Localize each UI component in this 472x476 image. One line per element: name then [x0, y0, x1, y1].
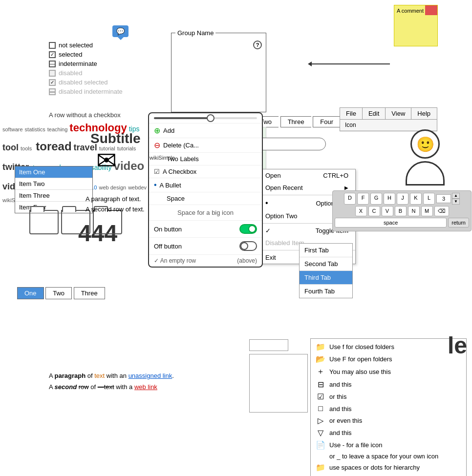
spinner-down[interactable]: ▼ — [452, 199, 460, 205]
para-float-line1: A paragraph of text. — [86, 194, 145, 205]
tab-list-first[interactable]: First Tab — [300, 244, 352, 257]
checkbox-label-disabled-indeterminate: disabled indeterminate — [59, 88, 123, 95]
phone-menu-delete-label: Delete (Ca... — [163, 142, 199, 149]
list-box[interactable]: Item One Item Two Item Three Item Four — [15, 166, 93, 213]
checkbox-label-not-selected: not selected — [59, 41, 93, 49]
small-input[interactable] — [249, 339, 288, 351]
kb-key-n[interactable]: N — [408, 206, 420, 216]
kb-key-k[interactable]: K — [410, 193, 422, 205]
tag-tool[interactable]: tool — [2, 141, 19, 154]
phone-widget: ⊕ Add ⊖ Delete (Ca... Two Labels ☑ A Che… — [148, 112, 263, 268]
empty-row: ✓ An empty row (above) — [149, 255, 262, 267]
phone-menu-checkbox[interactable]: ☑ A Checkbox — [149, 166, 262, 178]
tag-toread[interactable]: toread — [36, 138, 71, 155]
tag-teaching[interactable]: teaching — [47, 125, 68, 134]
kb-key-h[interactable]: H — [384, 193, 395, 205]
kb-key-v[interactable]: V — [382, 206, 393, 216]
tab-list-fourth[interactable]: Fourth Tab — [300, 285, 352, 298]
kb-key-f[interactable]: F — [357, 193, 369, 205]
kb-key-c[interactable]: C — [368, 206, 380, 216]
il-icon-6: □ — [316, 404, 325, 413]
phone-menu-delete[interactable]: ⊖ Delete (Ca... — [149, 138, 262, 153]
il-text-5: or this — [329, 393, 346, 400]
checkbox-row-selected[interactable]: ✓ selected — [49, 51, 123, 58]
toggle-off-knob — [240, 242, 248, 250]
menu-file[interactable]: File — [340, 108, 363, 119]
tag-tools[interactable]: tools — [21, 145, 32, 153]
menu-help[interactable]: Help — [411, 108, 436, 119]
tag-software[interactable]: software — [2, 125, 23, 134]
checkbox-row-disabled-selected: ✓ disabled selected — [49, 79, 123, 86]
toggle-off-row[interactable]: Off button — [149, 238, 262, 255]
kb-key-special[interactable]: ⌫ — [434, 206, 449, 216]
il-text-6: and this — [329, 405, 352, 413]
icon-space-label: Space for a big icon — [177, 209, 234, 216]
help-icon[interactable]: ? — [253, 41, 262, 49]
kb-key-m[interactable]: M — [421, 206, 433, 216]
bullet-icon: • — [154, 181, 157, 189]
tag-webdesign[interactable]: web design — [99, 184, 126, 192]
list-item-one[interactable]: Item One — [15, 166, 92, 178]
il-icon-8: ▽ — [316, 428, 325, 437]
kb-key-x[interactable]: X — [355, 206, 367, 216]
il-icon-11: 📁 — [316, 463, 325, 472]
checkbox-row-not-selected[interactable]: not selected — [49, 41, 123, 49]
tab-btn-two[interactable]: Two — [45, 287, 72, 299]
slider-thumb[interactable] — [207, 114, 215, 122]
web-link[interactable]: web link — [134, 383, 157, 391]
slider-fill — [154, 117, 211, 119]
checkbox-row-indeterminate[interactable]: — indeterminate — [49, 60, 123, 67]
slider-track[interactable] — [154, 117, 257, 119]
delete-icon: ⊖ — [154, 141, 160, 150]
tag-webdev[interactable]: webdev — [128, 184, 147, 192]
group-legend: Group Name — [175, 29, 215, 37]
kb-key-j[interactable]: J — [397, 193, 408, 205]
tab-four[interactable]: Four — [313, 116, 341, 127]
kb-return[interactable]: return — [448, 218, 469, 228]
tab-btn-one[interactable]: One — [17, 287, 44, 299]
tab-list-third[interactable]: Third Tab — [300, 271, 352, 285]
para-line1: A paragraph of text with an unassigned l… — [49, 370, 174, 381]
list-item-three[interactable]: Item Three — [15, 190, 92, 202]
kb-key-d[interactable]: D — [344, 193, 356, 205]
kb-spinner[interactable]: ▲ ▼ — [436, 193, 460, 205]
toggle-on-switch[interactable] — [239, 224, 257, 234]
empty-row-label: ✓ An empty row — [154, 257, 196, 264]
checkbox-selected[interactable]: ✓ — [49, 51, 56, 58]
spinner-up[interactable]: ▲ — [452, 193, 460, 199]
menu-edit[interactable]: Edit — [363, 108, 386, 119]
il-item-7: ▷ or even this — [311, 414, 466, 427]
spinner-input[interactable] — [436, 194, 451, 203]
phone-menu-add[interactable]: ⊕ Add — [149, 124, 262, 138]
kb-key-l[interactable]: L — [423, 193, 435, 205]
ctx-open-shortcut: CTRL+O — [323, 172, 348, 179]
phone-menu-bullet[interactable]: • A Bullet — [149, 178, 262, 192]
para-strikethrough: row — [79, 383, 89, 391]
toggle-off-switch[interactable] — [239, 241, 257, 251]
avatar-area: 🙂 — [401, 129, 450, 188]
kb-key-b[interactable]: B — [395, 206, 407, 216]
il-text-2: Use F for open folders — [329, 355, 392, 363]
phone-menu-space[interactable]: Space — [149, 192, 262, 205]
slider-area[interactable] — [149, 113, 262, 124]
unassigned-link[interactable]: unassigned link — [129, 372, 172, 379]
checkbox-indeterminate[interactable]: — — [49, 61, 56, 67]
tag-statistics[interactable]: statistics — [25, 125, 45, 134]
list-item-two[interactable]: Item Two — [15, 178, 92, 190]
menu-view[interactable]: View — [386, 108, 411, 119]
kb-key-g[interactable]: G — [370, 193, 382, 205]
toggle-on-row[interactable]: On button — [149, 221, 262, 238]
tab-list-second[interactable]: Second Tab — [300, 257, 352, 271]
folder-icon-1[interactable] — [29, 210, 59, 234]
envelope-icon: ✉ — [96, 146, 117, 175]
kb-space[interactable]: space — [335, 218, 447, 228]
tab-btn-three[interactable]: Three — [74, 287, 105, 299]
il-icon-5: ☑ — [316, 392, 325, 401]
tab-three[interactable]: Three — [280, 116, 311, 127]
checkbox-not-selected[interactable] — [49, 42, 56, 49]
menu-bar-items: File Edit View Help — [340, 108, 437, 120]
keyboard-area: D F G H J K L ▲ ▼ X C V B N M ⌫ space re… — [332, 190, 472, 231]
ctx-open[interactable]: Open CTRL+O — [258, 169, 355, 182]
tag-video[interactable]: video — [114, 157, 145, 175]
checkbox-icon-phone: ☑ — [154, 168, 160, 175]
